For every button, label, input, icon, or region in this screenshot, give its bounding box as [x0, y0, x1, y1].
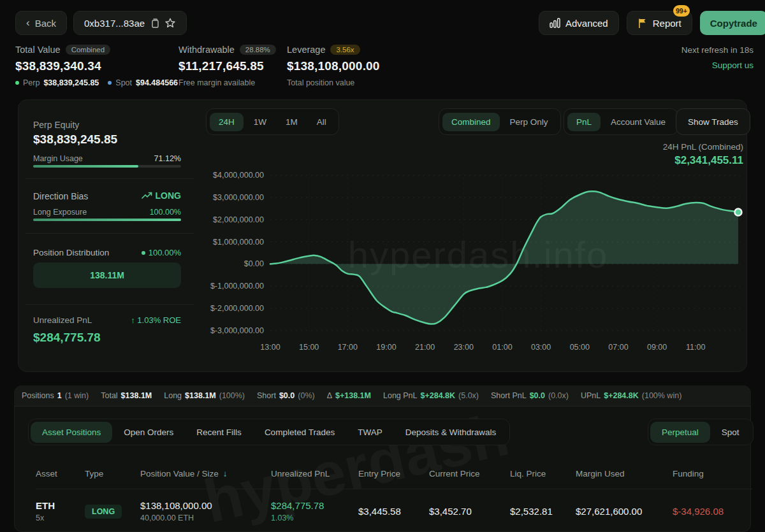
table-cell[interactable]: $27,621,600.00 — [576, 489, 673, 532]
column-header-type[interactable]: Type — [85, 460, 140, 489]
y-axis-label: $1,000,000.00 — [191, 238, 264, 247]
pnl-area-chart[interactable] — [265, 167, 747, 356]
perp-value: $38,839,245.85 — [43, 78, 99, 87]
mode-tab-perp-only[interactable]: Perp Only — [501, 113, 557, 131]
cell-main: $2,532.81 — [510, 506, 576, 517]
y-axis-label: $3,000,000.00 — [191, 193, 264, 202]
leverage-badge: 3.56x — [330, 45, 360, 55]
perp-equity-value: $38,839,245.85 — [33, 133, 117, 147]
refresh-countdown: Next refresh in 18s — [681, 45, 754, 55]
margin-usage-fill — [33, 165, 138, 168]
advanced-button[interactable]: Advanced — [539, 11, 619, 35]
time-tab-1m[interactable]: 1M — [277, 113, 307, 131]
trending-up-icon — [142, 191, 152, 199]
star-icon[interactable] — [164, 17, 176, 29]
mode-tab-combined[interactable]: Combined — [442, 113, 500, 131]
topbar-right: Advanced Report Copytrade — [539, 11, 765, 35]
summary-stat: Total$138.1M — [101, 391, 152, 400]
margin-usage-value: 71.12% — [33, 154, 181, 163]
column-header-liq-price[interactable]: Liq. Price — [510, 460, 576, 489]
summary-stat: Long$138.1M(100%) — [164, 391, 245, 400]
support-us-link[interactable]: Support us — [681, 61, 754, 70]
last-point-marker — [734, 208, 741, 215]
column-header-label: Asset — [36, 469, 57, 478]
y-axis-label: $-1,000,000.00 — [191, 282, 264, 291]
stat-label: UPnL — [581, 391, 601, 400]
distribution-segment[interactable]: 138.11M — [33, 262, 181, 288]
cell-sub: 40,000.00 ETH — [140, 514, 271, 522]
withdrawable-label: Withdrawable — [178, 45, 235, 55]
asset-positions-table: AssetTypePosition Value / Size↓Unrealize… — [36, 460, 752, 532]
stat-suffix: (5.0x) — [458, 391, 479, 400]
toggle-spot[interactable]: Spot — [710, 422, 751, 443]
refresh-area: Next refresh in 18s Support us — [681, 45, 754, 70]
stat-label: Short — [257, 391, 276, 400]
column-header-margin-used[interactable]: Margin Used — [576, 460, 673, 489]
column-header-asset[interactable]: Asset — [36, 460, 85, 489]
tab-deposits-withdrawals[interactable]: Deposits & Withdrawals — [394, 422, 508, 443]
metric-tab-pnl[interactable]: PnL — [567, 113, 601, 131]
table-cell[interactable]: $3,452.70 — [429, 489, 510, 532]
summary-stat: Positions1(1 win) — [22, 391, 89, 400]
divider — [26, 233, 194, 234]
table-cell[interactable]: $2,532.81 — [510, 489, 576, 532]
table-cell[interactable]: ETH5x — [36, 489, 85, 532]
total-value-block: Total Value Combined $38,839,340.34 Perp… — [15, 45, 178, 87]
copytrade-label: Copytrade — [710, 18, 757, 29]
stat-suffix: (1 win) — [65, 391, 89, 400]
summary-stat: Long PnL$+284.8K(5.0x) — [383, 391, 479, 400]
combined-perp-toggle: CombinedPerp Only — [439, 108, 561, 135]
toggle-perpetual[interactable]: Perpetual — [650, 422, 710, 443]
hyperdash-trader-page: ‹ Back 0xb317...83ae Advanced — [0, 0, 765, 532]
leverage-sub: Total position value — [287, 78, 380, 87]
position-distribution-value: 100.00% — [33, 248, 181, 257]
table-cell[interactable]: $284,775.781.03% — [271, 489, 358, 532]
column-header-label: Position Value / Size — [140, 469, 219, 478]
column-header-funding[interactable]: Funding — [673, 460, 752, 489]
advanced-label: Advanced — [565, 18, 608, 29]
tab-twap[interactable]: TWAP — [346, 422, 394, 443]
time-tab-all[interactable]: All — [308, 113, 335, 131]
perp-dot-icon — [15, 81, 19, 85]
column-header-current-price[interactable]: Current Price — [429, 460, 510, 489]
topbar-left: ‹ Back 0xb317...83ae — [15, 11, 187, 35]
address-pill[interactable]: 0xb317...83ae — [73, 11, 187, 35]
metric-tab-account-value[interactable]: Account Value — [602, 113, 674, 131]
copy-icon[interactable] — [150, 18, 159, 28]
stat-suffix: (100% win) — [642, 391, 682, 400]
table-cell[interactable]: LONG — [85, 489, 140, 532]
y-axis-label: $2,000,000.00 — [191, 215, 264, 224]
column-header-position-value-size[interactable]: Position Value / Size↓ — [140, 460, 271, 489]
column-header-entry-price[interactable]: Entry Price — [358, 460, 429, 489]
back-button[interactable]: ‹ Back — [15, 11, 67, 35]
column-header-label: Entry Price — [358, 469, 400, 478]
table-cell[interactable]: $-34,926.08 — [673, 489, 752, 532]
stat-value: $0.0 — [279, 391, 295, 400]
stat-value: $+284.8K — [421, 391, 456, 400]
tab-asset-positions[interactable]: Asset Positions — [31, 422, 112, 443]
summary-stat: Δ$+138.1M — [327, 391, 371, 400]
time-tab-1w[interactable]: 1W — [245, 113, 275, 131]
cell-main: $-34,926.08 — [673, 506, 752, 517]
stat-label: Total — [101, 391, 117, 400]
tab-completed-trades[interactable]: Completed Trades — [253, 422, 346, 443]
stat-suffix: (100%) — [219, 391, 245, 400]
tab-recent-fills[interactable]: Recent Fills — [185, 422, 253, 443]
stat-label: Short PnL — [491, 391, 527, 400]
perpetual-spot-toggle: PerpetualSpot — [648, 419, 754, 445]
table-cell[interactable]: $138,108,000.0040,000.00 ETH — [140, 489, 271, 532]
column-header-label: Unrealized PnL — [271, 469, 330, 478]
column-header-unrealized-pnl[interactable]: Unrealized PnL — [271, 460, 358, 489]
leverage-block: Leverage 3.56x $138,108,000.00 Total pos… — [287, 45, 380, 87]
divider — [26, 304, 194, 305]
spot-dot-icon — [108, 81, 112, 85]
time-tab-24h[interactable]: 24H — [210, 113, 244, 131]
chart-pnl-value: $2,341,455.11 — [674, 154, 743, 167]
tab-open-orders[interactable]: Open Orders — [112, 422, 185, 443]
column-header-label: Liq. Price — [510, 469, 546, 478]
y-axis-label: $0.00 — [191, 259, 264, 268]
copytrade-button[interactable]: Copytrade — [700, 11, 765, 35]
table-cell[interactable]: $3,445.58 — [358, 489, 429, 532]
show-trades-button[interactable]: Show Trades — [676, 108, 750, 135]
combined-badge: Combined — [66, 45, 110, 55]
